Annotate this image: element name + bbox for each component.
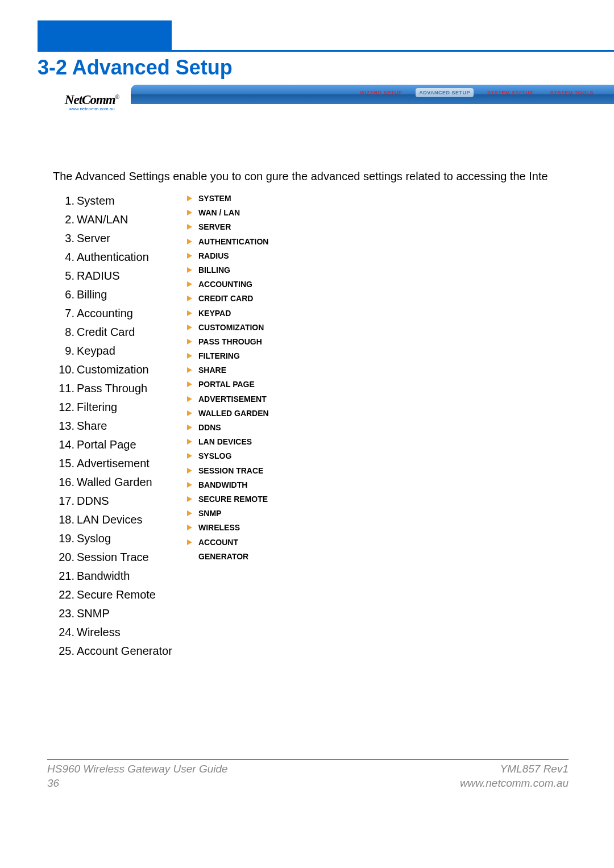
settings-menu-item[interactable]: ADVERTISEMENT	[186, 392, 269, 406]
settings-menu-item[interactable]: BANDWIDTH	[186, 478, 269, 492]
settings-menu-item[interactable]: CUSTOMIZATION	[186, 321, 269, 335]
settings-menu-item[interactable]: SHARE	[186, 363, 269, 377]
settings-menu-item[interactable]: BILLING	[186, 263, 269, 277]
settings-menu-item[interactable]: SNMP	[186, 506, 269, 521]
settings-text-item: Bandwidth	[53, 567, 188, 585]
settings-text-item: Server	[53, 229, 188, 248]
logo-area: NetComm® www.netcomm.com.au	[53, 85, 131, 121]
header-rule	[38, 50, 614, 52]
settings-menu-list: SYSTEMWAN / LANSERVERAUTHENTICATIONRADIU…	[186, 192, 269, 564]
settings-text-item: Session Trace	[53, 548, 188, 567]
footer-page-number: 36	[47, 776, 228, 791]
router-banner: NetComm® www.netcomm.com.au WIZARD SETUP…	[53, 85, 614, 121]
settings-menu-item[interactable]: KEYPAD	[186, 306, 269, 321]
settings-menu-item[interactable]: WIRELESS	[186, 521, 269, 535]
settings-text-item: Account Generator	[53, 642, 188, 661]
settings-text-item: RADIUS	[53, 267, 188, 285]
settings-menu-item[interactable]: WALLED GARDEN	[186, 406, 269, 421]
settings-text-item: WAN/LAN	[53, 210, 188, 229]
settings-menu-item[interactable]: ACCOUNTING	[186, 277, 269, 292]
settings-text-item: Share	[53, 417, 188, 435]
content-columns: SystemWAN/LANServerAuthenticationRADIUSB…	[53, 192, 269, 661]
settings-text-item: System	[53, 192, 188, 210]
banner-tabs: WIZARD SETUP ADVANCED SETUP SYSTEM STATU…	[356, 88, 597, 97]
settings-menu-item[interactable]: FILTERING	[186, 349, 269, 363]
settings-menu-item[interactable]: PORTAL PAGE	[186, 377, 269, 392]
footer-site: www.netcomm.com.au	[460, 776, 569, 791]
settings-text-item: Accounting	[53, 304, 188, 323]
settings-menu-item[interactable]: SESSION TRACE	[186, 464, 269, 478]
settings-menu-item[interactable]: SYSTEM	[186, 192, 269, 206]
settings-text-item: Authentication	[53, 248, 188, 267]
settings-menu-item[interactable]: CREDIT CARD	[186, 292, 269, 306]
section-heading: 3-2 Advanced Setup	[38, 56, 233, 80]
settings-menu-item[interactable]: PASS THROUGH	[186, 335, 269, 349]
page-footer: HS960 Wireless Gateway User Guide 36 YML…	[47, 759, 569, 790]
logo-text: NetComm®	[53, 85, 131, 107]
settings-text-list: SystemWAN/LANServerAuthenticationRADIUSB…	[53, 192, 188, 661]
settings-text-item: Keypad	[53, 342, 188, 360]
settings-menu-item[interactable]: SECURE REMOTE	[186, 492, 269, 506]
settings-menu-item[interactable]: ACCOUNT GENERATOR	[186, 535, 269, 564]
settings-text-item: SNMP	[53, 604, 188, 623]
logo-name: NetComm	[65, 93, 115, 107]
settings-text-item: Syslog	[53, 529, 188, 548]
settings-menu-item[interactable]: WAN / LAN	[186, 206, 269, 220]
registered-icon: ®	[115, 94, 119, 100]
footer-revision: YML857 Rev1	[460, 762, 569, 776]
settings-text-item: Billing	[53, 285, 188, 304]
footer-guide-title: HS960 Wireless Gateway User Guide	[47, 762, 228, 776]
intro-paragraph: The Advanced Settings enable you to con …	[53, 170, 614, 183]
settings-text-item: Portal Page	[53, 435, 188, 454]
banner-gradient: WIZARD SETUP ADVANCED SETUP SYSTEM STATU…	[131, 85, 614, 104]
footer-rule	[47, 759, 569, 760]
settings-menu-item[interactable]: AUTHENTICATION	[186, 235, 269, 249]
settings-text-item: Credit Card	[53, 323, 188, 342]
footer-right: YML857 Rev1 www.netcomm.com.au	[460, 762, 569, 790]
settings-menu-item[interactable]: RADIUS	[186, 249, 269, 263]
footer-left: HS960 Wireless Gateway User Guide 36	[47, 762, 228, 790]
settings-menu-item[interactable]: SYSLOG	[186, 449, 269, 463]
settings-text-item: Pass Through	[53, 379, 188, 398]
settings-menu-item[interactable]: DDNS	[186, 421, 269, 435]
settings-text-item: Wireless	[53, 623, 188, 642]
tab-system-status[interactable]: SYSTEM STATUS	[484, 88, 537, 97]
header-block	[38, 20, 172, 50]
settings-text-item: Walled Garden	[53, 473, 188, 492]
tab-advanced-setup[interactable]: ADVANCED SETUP	[416, 88, 474, 97]
settings-text-item: Customization	[53, 360, 188, 379]
settings-menu-item[interactable]: SERVER	[186, 220, 269, 234]
tab-wizard-setup[interactable]: WIZARD SETUP	[356, 88, 406, 97]
settings-text-item: Filtering	[53, 398, 188, 417]
tab-system-tools[interactable]: SYSTEM TOOLS	[547, 88, 597, 97]
settings-text-item: LAN Devices	[53, 510, 188, 529]
settings-text-item: Advertisement	[53, 454, 188, 473]
settings-text-item: Secure Remote	[53, 585, 188, 604]
settings-text-item: DDNS	[53, 492, 188, 510]
settings-menu-item[interactable]: LAN DEVICES	[186, 435, 269, 449]
